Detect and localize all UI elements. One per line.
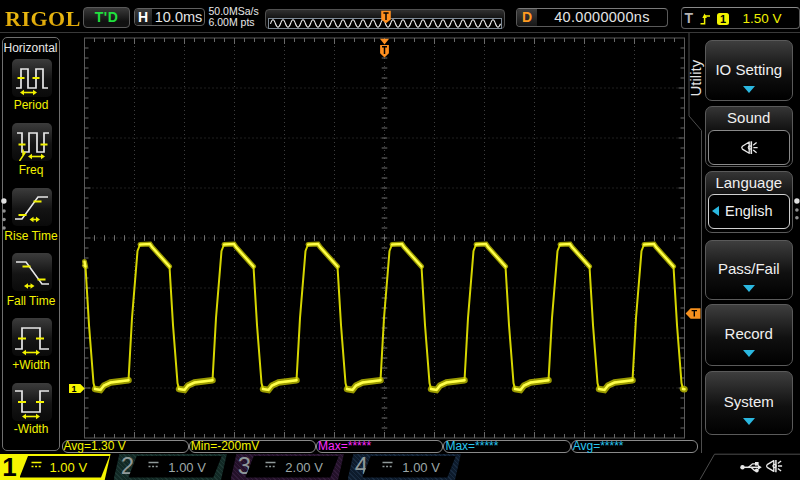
svg-text:Utility: Utility [687,59,704,96]
svg-text:1: 1 [71,384,76,394]
